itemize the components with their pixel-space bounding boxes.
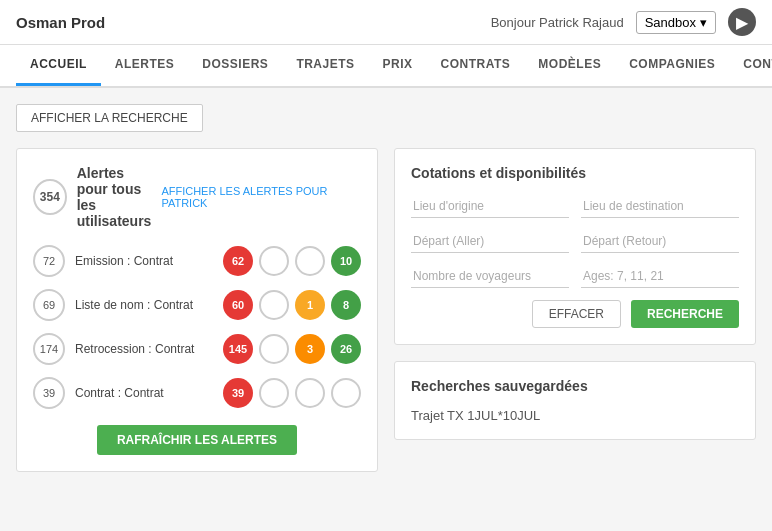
depart-aller-input[interactable]	[411, 230, 569, 253]
row-count-contrat: 39	[33, 377, 65, 409]
badge-red-emission: 62	[223, 246, 253, 276]
origin-input[interactable]	[411, 195, 569, 218]
badge-green-emission: 10	[331, 246, 361, 276]
alerts-title: Alertes pour tous les utilisateurs	[77, 165, 152, 229]
badge-red-liste: 60	[223, 290, 253, 320]
user-greeting: Bonjour Patrick Rajaud	[491, 15, 624, 30]
top-bar-right: Bonjour Patrick Rajaud Sandbox ▾ ▶	[491, 8, 756, 36]
badge-gray1-retrocession	[259, 334, 289, 364]
form-actions: EFFACER RECHERCHE	[411, 300, 739, 328]
row-label-liste: Liste de nom : Contrat	[75, 298, 213, 312]
nav-item-accueil[interactable]: ACCUEIL	[16, 45, 101, 86]
badges-retrocession: 145 3 26	[223, 334, 361, 364]
badge-gray2-emission	[295, 246, 325, 276]
row-label-retrocession: Retrocession : Contrat	[75, 342, 213, 356]
row-label-emission: Emission : Contrat	[75, 254, 213, 268]
alerts-total-badge: 354	[33, 179, 67, 215]
nav-item-modeles[interactable]: MODÈLES	[524, 45, 615, 86]
badge-gray2-contrat	[295, 378, 325, 408]
nav-item-prix[interactable]: PRIX	[369, 45, 427, 86]
badge-gray3-contrat	[331, 378, 361, 408]
badge-orange-retrocession: 3	[295, 334, 325, 364]
nav-item-dossiers[interactable]: DOSSIERS	[188, 45, 282, 86]
alert-row-contrat: 39 Contrat : Contrat 39	[33, 377, 361, 409]
depart-row	[411, 230, 739, 253]
badge-green-retrocession: 26	[331, 334, 361, 364]
show-patrick-link[interactable]: AFFICHER LES ALERTES POUR PATRICK	[161, 185, 361, 209]
app-title: Osman Prod	[16, 14, 105, 31]
row-count-retrocession: 174	[33, 333, 65, 365]
quotes-title: Cotations et disponibilités	[411, 165, 739, 181]
nav-item-contrats[interactable]: CONTRATS	[427, 45, 525, 86]
row-label-contrat: Contrat : Contrat	[75, 386, 213, 400]
row-count-liste: 69	[33, 289, 65, 321]
badge-gray1-liste	[259, 290, 289, 320]
alerts-header: 354 Alertes pour tous les utilisateurs A…	[33, 165, 361, 229]
content-area: AFFICHER LA RECHERCHE 354 Alertes pour t…	[0, 88, 772, 488]
nav-item-contacts[interactable]: CONTACTS	[729, 45, 772, 86]
alert-row-liste: 69 Liste de nom : Contrat 60 1 8	[33, 289, 361, 321]
show-search-button[interactable]: AFFICHER LA RECHERCHE	[16, 104, 203, 132]
clear-button[interactable]: EFFACER	[532, 300, 621, 328]
saved-searches-panel: Recherches sauvegardées Trajet TX 1JUL*1…	[394, 361, 756, 440]
destination-input[interactable]	[581, 195, 739, 218]
sandbox-button[interactable]: Sandbox ▾	[636, 11, 716, 34]
refresh-button[interactable]: RAFRAÎCHIR LES ALERTES	[97, 425, 297, 455]
travelers-row	[411, 265, 739, 288]
badge-red-retrocession: 145	[223, 334, 253, 364]
alerts-panel: 354 Alertes pour tous les utilisateurs A…	[16, 148, 378, 472]
chevron-down-icon: ▾	[700, 15, 707, 30]
travelers-input[interactable]	[411, 265, 569, 288]
badge-red-contrat: 39	[223, 378, 253, 408]
nav-bar: ACCUEIL ALERTES DOSSIERS TRAJETS PRIX CO…	[0, 45, 772, 88]
main-grid: 354 Alertes pour tous les utilisateurs A…	[16, 148, 756, 472]
alert-row-emission: 72 Emission : Contrat 62 10	[33, 245, 361, 277]
depart-retour-input[interactable]	[581, 230, 739, 253]
quotes-panel: Cotations et disponibilités EFFACER RECH…	[394, 148, 756, 345]
badge-green-liste: 8	[331, 290, 361, 320]
search-button[interactable]: RECHERCHE	[631, 300, 739, 328]
top-bar: Osman Prod Bonjour Patrick Rajaud Sandbo…	[0, 0, 772, 45]
ages-input[interactable]	[581, 265, 739, 288]
nav-item-alertes[interactable]: ALERTES	[101, 45, 189, 86]
alert-row-retrocession: 174 Retrocession : Contrat 145 3 26	[33, 333, 361, 365]
saved-item[interactable]: Trajet TX 1JUL*10JUL	[411, 408, 739, 423]
badge-gray1-contrat	[259, 378, 289, 408]
row-count-emission: 72	[33, 245, 65, 277]
badge-yellow-liste: 1	[295, 290, 325, 320]
badges-contrat: 39	[223, 378, 361, 408]
nav-item-compagnies[interactable]: COMPAGNIES	[615, 45, 729, 86]
origin-destination-row	[411, 195, 739, 218]
nav-item-trajets[interactable]: TRAJETS	[282, 45, 368, 86]
right-col: Cotations et disponibilités EFFACER RECH…	[394, 148, 756, 472]
user-avatar[interactable]: ▶	[728, 8, 756, 36]
saved-title: Recherches sauvegardées	[411, 378, 739, 394]
badges-emission: 62 10	[223, 246, 361, 276]
badge-gray1-emission	[259, 246, 289, 276]
badges-liste: 60 1 8	[223, 290, 361, 320]
